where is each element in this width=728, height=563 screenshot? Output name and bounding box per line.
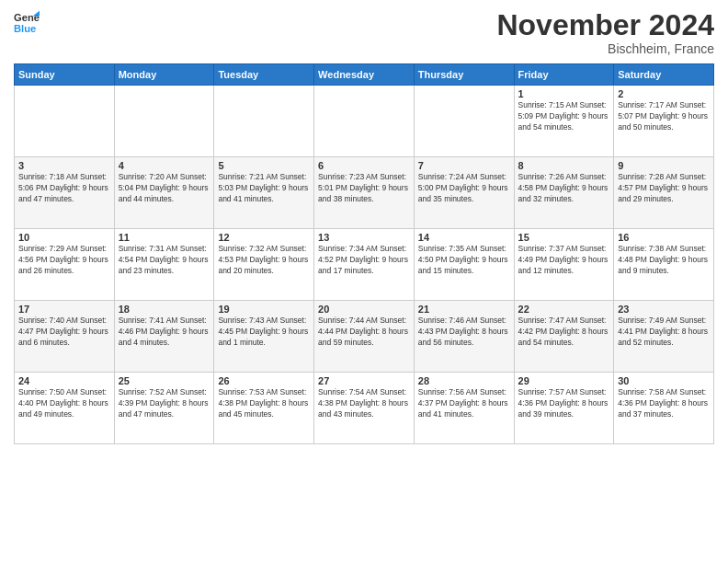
- calendar-week-row: 24Sunrise: 7:50 AM Sunset: 4:40 PM Dayli…: [15, 373, 714, 444]
- table-row: 30Sunrise: 7:58 AM Sunset: 4:36 PM Dayli…: [614, 373, 714, 444]
- table-row: 23Sunrise: 7:49 AM Sunset: 4:41 PM Dayli…: [614, 301, 714, 373]
- day-info: Sunrise: 7:15 AM Sunset: 5:09 PM Dayligh…: [518, 100, 610, 133]
- day-number: 11: [119, 232, 210, 243]
- table-row: 15Sunrise: 7:37 AM Sunset: 4:49 PM Dayli…: [514, 229, 614, 301]
- day-info: Sunrise: 7:46 AM Sunset: 4:43 PM Dayligh…: [418, 316, 510, 349]
- day-info: Sunrise: 7:43 AM Sunset: 4:45 PM Dayligh…: [218, 316, 310, 349]
- day-number: 28: [418, 375, 510, 386]
- day-info: Sunrise: 7:17 AM Sunset: 5:07 PM Dayligh…: [618, 100, 710, 133]
- day-info: Sunrise: 7:21 AM Sunset: 5:03 PM Dayligh…: [218, 172, 310, 205]
- day-info: Sunrise: 7:26 AM Sunset: 4:58 PM Dayligh…: [518, 172, 610, 205]
- col-saturday: Saturday: [614, 64, 714, 86]
- table-row: 12Sunrise: 7:32 AM Sunset: 4:53 PM Dayli…: [214, 229, 314, 301]
- calendar-table: Sunday Monday Tuesday Wednesday Thursday…: [14, 63, 714, 444]
- day-number: 19: [218, 304, 310, 315]
- table-row: 11Sunrise: 7:31 AM Sunset: 4:54 PM Dayli…: [114, 229, 214, 301]
- day-number: 26: [218, 375, 310, 386]
- day-info: Sunrise: 7:28 AM Sunset: 4:57 PM Dayligh…: [618, 172, 710, 205]
- table-row: 6Sunrise: 7:23 AM Sunset: 5:01 PM Daylig…: [314, 157, 415, 229]
- day-info: Sunrise: 7:38 AM Sunset: 4:48 PM Dayligh…: [618, 244, 710, 277]
- table-row: 20Sunrise: 7:44 AM Sunset: 4:44 PM Dayli…: [314, 301, 415, 373]
- calendar-header-row: Sunday Monday Tuesday Wednesday Thursday…: [15, 64, 714, 86]
- svg-text:General: General: [14, 12, 40, 23]
- day-number: 16: [618, 232, 710, 243]
- day-info: Sunrise: 7:47 AM Sunset: 4:42 PM Dayligh…: [518, 316, 610, 349]
- day-info: Sunrise: 7:31 AM Sunset: 4:54 PM Dayligh…: [119, 244, 210, 277]
- day-info: Sunrise: 7:24 AM Sunset: 5:00 PM Dayligh…: [418, 172, 510, 205]
- day-number: 18: [119, 304, 210, 315]
- table-row: 27Sunrise: 7:54 AM Sunset: 4:38 PM Dayli…: [314, 373, 415, 444]
- day-info: Sunrise: 7:53 AM Sunset: 4:38 PM Dayligh…: [218, 387, 310, 420]
- table-row: 25Sunrise: 7:52 AM Sunset: 4:39 PM Dayli…: [114, 373, 214, 444]
- day-number: 27: [318, 375, 410, 386]
- day-info: Sunrise: 7:37 AM Sunset: 4:49 PM Dayligh…: [518, 244, 610, 277]
- table-row: 5Sunrise: 7:21 AM Sunset: 5:03 PM Daylig…: [214, 157, 314, 229]
- col-monday: Monday: [114, 64, 214, 86]
- calendar-week-row: 17Sunrise: 7:40 AM Sunset: 4:47 PM Dayli…: [15, 301, 714, 373]
- table-row: 26Sunrise: 7:53 AM Sunset: 4:38 PM Dayli…: [214, 373, 314, 444]
- table-row: 2Sunrise: 7:17 AM Sunset: 5:07 PM Daylig…: [614, 86, 714, 157]
- day-info: Sunrise: 7:34 AM Sunset: 4:52 PM Dayligh…: [318, 244, 410, 277]
- table-row: 18Sunrise: 7:41 AM Sunset: 4:46 PM Dayli…: [114, 301, 214, 373]
- day-number: 20: [318, 304, 410, 315]
- table-row: 9Sunrise: 7:28 AM Sunset: 4:57 PM Daylig…: [614, 157, 714, 229]
- day-number: 2: [618, 88, 710, 99]
- day-number: 22: [518, 304, 610, 315]
- col-tuesday: Tuesday: [214, 64, 314, 86]
- day-info: Sunrise: 7:58 AM Sunset: 4:36 PM Dayligh…: [618, 387, 710, 420]
- table-row: [414, 86, 514, 157]
- day-number: 15: [518, 232, 610, 243]
- table-row: 13Sunrise: 7:34 AM Sunset: 4:52 PM Dayli…: [314, 229, 415, 301]
- day-info: Sunrise: 7:35 AM Sunset: 4:50 PM Dayligh…: [418, 244, 510, 277]
- calendar-week-row: 1Sunrise: 7:15 AM Sunset: 5:09 PM Daylig…: [15, 86, 714, 157]
- table-row: 17Sunrise: 7:40 AM Sunset: 4:47 PM Dayli…: [15, 301, 115, 373]
- logo: General Blue: [14, 9, 40, 35]
- day-info: Sunrise: 7:52 AM Sunset: 4:39 PM Dayligh…: [119, 387, 210, 420]
- day-number: 29: [518, 375, 610, 386]
- day-info: Sunrise: 7:44 AM Sunset: 4:44 PM Dayligh…: [318, 316, 410, 349]
- header: General Blue November 2024 Bischheim, Fr…: [14, 9, 714, 56]
- table-row: [15, 86, 115, 157]
- day-number: 25: [119, 375, 210, 386]
- table-row: 8Sunrise: 7:26 AM Sunset: 4:58 PM Daylig…: [514, 157, 614, 229]
- day-info: Sunrise: 7:54 AM Sunset: 4:38 PM Dayligh…: [318, 387, 410, 420]
- day-number: 4: [119, 160, 210, 171]
- table-row: 10Sunrise: 7:29 AM Sunset: 4:56 PM Dayli…: [15, 229, 115, 301]
- day-number: 3: [18, 160, 110, 171]
- day-info: Sunrise: 7:41 AM Sunset: 4:46 PM Dayligh…: [119, 316, 210, 349]
- col-wednesday: Wednesday: [314, 64, 415, 86]
- day-number: 6: [318, 160, 410, 171]
- day-info: Sunrise: 7:49 AM Sunset: 4:41 PM Dayligh…: [618, 316, 710, 349]
- col-sunday: Sunday: [15, 64, 115, 86]
- day-info: Sunrise: 7:32 AM Sunset: 4:53 PM Dayligh…: [218, 244, 310, 277]
- day-info: Sunrise: 7:57 AM Sunset: 4:36 PM Dayligh…: [518, 387, 610, 420]
- day-number: 8: [518, 160, 610, 171]
- day-info: Sunrise: 7:56 AM Sunset: 4:37 PM Dayligh…: [418, 387, 510, 420]
- table-row: 16Sunrise: 7:38 AM Sunset: 4:48 PM Dayli…: [614, 229, 714, 301]
- day-number: 14: [418, 232, 510, 243]
- day-number: 13: [318, 232, 410, 243]
- table-row: [114, 86, 214, 157]
- day-info: Sunrise: 7:18 AM Sunset: 5:06 PM Dayligh…: [18, 172, 110, 205]
- table-row: 28Sunrise: 7:56 AM Sunset: 4:37 PM Dayli…: [414, 373, 514, 444]
- table-row: 7Sunrise: 7:24 AM Sunset: 5:00 PM Daylig…: [414, 157, 514, 229]
- day-info: Sunrise: 7:40 AM Sunset: 4:47 PM Dayligh…: [18, 316, 110, 349]
- day-number: 23: [618, 304, 710, 315]
- day-info: Sunrise: 7:23 AM Sunset: 5:01 PM Dayligh…: [318, 172, 410, 205]
- month-title: November 2024: [496, 9, 714, 41]
- calendar-week-row: 10Sunrise: 7:29 AM Sunset: 4:56 PM Dayli…: [15, 229, 714, 301]
- table-row: 19Sunrise: 7:43 AM Sunset: 4:45 PM Dayli…: [214, 301, 314, 373]
- location: Bischheim, France: [496, 41, 714, 56]
- calendar-week-row: 3Sunrise: 7:18 AM Sunset: 5:06 PM Daylig…: [15, 157, 714, 229]
- table-row: 14Sunrise: 7:35 AM Sunset: 4:50 PM Dayli…: [414, 229, 514, 301]
- col-thursday: Thursday: [414, 64, 514, 86]
- title-block: November 2024 Bischheim, France: [496, 9, 714, 56]
- day-number: 21: [418, 304, 510, 315]
- table-row: [314, 86, 415, 157]
- day-number: 9: [618, 160, 710, 171]
- day-number: 30: [618, 375, 710, 386]
- day-number: 7: [418, 160, 510, 171]
- table-row: 21Sunrise: 7:46 AM Sunset: 4:43 PM Dayli…: [414, 301, 514, 373]
- day-info: Sunrise: 7:20 AM Sunset: 5:04 PM Dayligh…: [119, 172, 210, 205]
- table-row: 24Sunrise: 7:50 AM Sunset: 4:40 PM Dayli…: [15, 373, 115, 444]
